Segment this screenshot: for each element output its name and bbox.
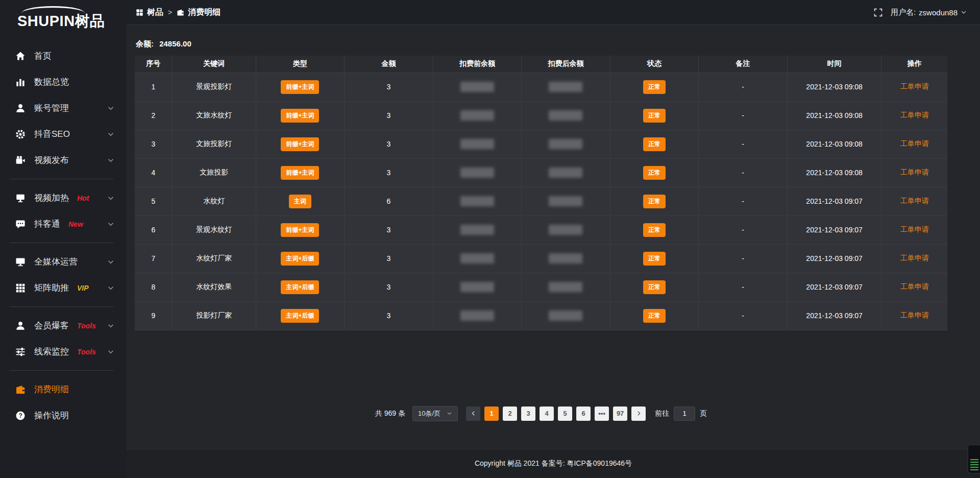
monitor-icon bbox=[15, 257, 26, 267]
masked-value bbox=[549, 110, 582, 121]
sidebar-item-home[interactable]: 首页 bbox=[0, 43, 127, 69]
masked-value bbox=[549, 225, 582, 235]
cell-index: 5 bbox=[135, 187, 172, 216]
work-order-link[interactable]: 工单申请 bbox=[900, 254, 929, 262]
page-button-1[interactable]: 1 bbox=[484, 407, 499, 421]
page-button-97[interactable]: 97 bbox=[613, 407, 627, 421]
column-header: 金额 bbox=[345, 56, 433, 73]
sidebar-item-video-heat[interactable]: 视频加热Hot bbox=[0, 185, 127, 211]
page-button-3[interactable]: 3 bbox=[521, 407, 535, 421]
main-content: 余额: 24856.00 序号关键词类型金额扣费前余额扣费后余额状态备注时间操作… bbox=[127, 26, 980, 449]
cell-status: 正常 bbox=[610, 101, 699, 130]
page-button-4[interactable]: 4 bbox=[540, 407, 554, 421]
cell-time: 2021-12-03 09:07 bbox=[787, 273, 881, 301]
page-buttons: 123456•••97 bbox=[484, 407, 627, 421]
sidebar-item-clue-monitor[interactable]: 线索监控Tools bbox=[0, 339, 127, 365]
table-row: 3文旅投影灯前缀+主词3正常-2021-12-03 09:08工单申请 bbox=[135, 130, 947, 158]
breadcrumb-separator: > bbox=[168, 8, 172, 16]
next-page-button[interactable] bbox=[631, 407, 646, 421]
cell-status: 正常 bbox=[610, 187, 699, 216]
type-badge: 主词+后缀 bbox=[281, 280, 319, 294]
cell-keyword: 文旅投影灯 bbox=[172, 130, 256, 158]
work-order-link[interactable]: 工单申请 bbox=[900, 225, 929, 233]
status-badge: 正常 bbox=[643, 195, 666, 208]
user-menu[interactable]: 用户名: zswodun88 bbox=[891, 8, 967, 17]
status-badge: 正常 bbox=[643, 137, 666, 151]
cell-status: 正常 bbox=[610, 244, 699, 273]
cell-amount: 3 bbox=[345, 73, 433, 101]
sidebar-divider bbox=[10, 306, 113, 307]
work-order-link[interactable]: 工单申请 bbox=[900, 311, 929, 319]
cell-action: 工单申请 bbox=[881, 187, 947, 216]
page-size-select[interactable]: 10条/页 bbox=[412, 406, 458, 421]
prev-page-button[interactable] bbox=[466, 407, 480, 421]
cell-index: 8 bbox=[135, 273, 172, 301]
work-order-link[interactable]: 工单申请 bbox=[900, 111, 929, 119]
goto-page-input[interactable] bbox=[674, 407, 695, 421]
cell-status: 正常 bbox=[610, 130, 699, 158]
sidebar-item-video-publish[interactable]: 视频发布 bbox=[0, 147, 127, 173]
cell-type: 前缀+主词 bbox=[256, 216, 345, 244]
cell-amount: 6 bbox=[345, 187, 433, 216]
cell-amount: 3 bbox=[345, 301, 433, 330]
masked-value bbox=[549, 196, 582, 206]
masked-value bbox=[549, 139, 582, 149]
cell-remark: - bbox=[699, 216, 788, 244]
work-order-link[interactable]: 工单申请 bbox=[900, 82, 929, 90]
sidebar-item-all-media-operation[interactable]: 全媒体运营 bbox=[0, 249, 127, 275]
cell-keyword: 水纹灯 bbox=[172, 187, 256, 216]
chevron-left-icon bbox=[471, 411, 476, 416]
masked-value bbox=[460, 168, 494, 178]
sidebar-item-douketong[interactable]: 抖客通New bbox=[0, 211, 127, 237]
sidebar-item-member-baoke[interactable]: 会员爆客Tools bbox=[0, 313, 127, 339]
cell-pre-balance bbox=[433, 73, 522, 101]
cell-type: 前缀+主词 bbox=[256, 73, 345, 101]
chevron-down-icon bbox=[107, 105, 114, 112]
sidebar-item-operation-guide[interactable]: ?操作说明 bbox=[0, 402, 127, 428]
table-row: 9投影灯厂家主词+后缀3正常-2021-12-03 09:07工单申请 bbox=[135, 301, 947, 330]
cell-pre-balance bbox=[433, 187, 522, 216]
sidebar-item-douyin-seo[interactable]: 抖音SEO bbox=[0, 121, 127, 147]
cell-post-balance bbox=[522, 130, 610, 158]
column-header: 扣费后余额 bbox=[522, 56, 610, 73]
floating-widget[interactable] bbox=[967, 444, 980, 474]
sidebar-item-badge: Tools bbox=[77, 322, 96, 330]
work-order-link[interactable]: 工单申请 bbox=[900, 139, 929, 148]
logo-text-en: SHUPIN bbox=[17, 13, 75, 29]
cell-amount: 3 bbox=[345, 158, 433, 187]
page-button-5[interactable]: 5 bbox=[558, 407, 572, 421]
cell-pre-balance bbox=[433, 216, 522, 244]
sidebar-item-matrix-boost[interactable]: 矩阵助推VIP bbox=[0, 275, 127, 301]
cell-action: 工单申请 bbox=[881, 101, 947, 130]
wallet-icon bbox=[15, 385, 26, 395]
chevron-down-icon bbox=[107, 322, 114, 329]
cell-type: 主词+后缀 bbox=[256, 244, 345, 273]
breadcrumb: 树品 > 消费明细 bbox=[136, 7, 220, 18]
sidebar-item-label: 抖客通 bbox=[34, 218, 60, 230]
sidebar-item-consumption-detail[interactable]: 消费明细 bbox=[0, 376, 127, 402]
sidebar-item-account-management[interactable]: 账号管理 bbox=[0, 95, 127, 121]
cell-post-balance bbox=[522, 301, 610, 330]
sidebar-item-label: 操作说明 bbox=[34, 410, 69, 421]
fullscreen-icon[interactable] bbox=[874, 8, 883, 17]
work-order-link[interactable]: 工单申请 bbox=[900, 197, 929, 205]
sidebar-item-data-overview[interactable]: 数据总览 bbox=[0, 69, 127, 95]
breadcrumb-root[interactable]: 树品 bbox=[136, 7, 163, 18]
page-button-6[interactable]: 6 bbox=[576, 407, 591, 421]
cell-keyword: 投影灯厂家 bbox=[172, 301, 256, 330]
chevron-down-icon bbox=[107, 157, 114, 164]
page-ellipsis[interactable]: ••• bbox=[595, 407, 609, 421]
cell-remark: - bbox=[699, 73, 788, 101]
user-icon bbox=[15, 321, 26, 331]
cell-action: 工单申请 bbox=[881, 158, 947, 187]
work-order-link[interactable]: 工单申请 bbox=[900, 282, 929, 291]
cell-keyword: 文旅水纹灯 bbox=[172, 101, 256, 130]
breadcrumb-current: 消费明细 bbox=[177, 7, 220, 18]
work-order-link[interactable]: 工单申请 bbox=[900, 168, 929, 176]
table-row: 4文旅投影前缀+主词3正常-2021-12-03 09:08工单申请 bbox=[135, 158, 947, 187]
page-button-2[interactable]: 2 bbox=[503, 407, 517, 421]
bar-chart-icon bbox=[15, 77, 26, 87]
cell-post-balance bbox=[522, 73, 610, 101]
cell-remark: - bbox=[699, 158, 788, 187]
logo-text-zh: 树品 bbox=[75, 13, 105, 29]
